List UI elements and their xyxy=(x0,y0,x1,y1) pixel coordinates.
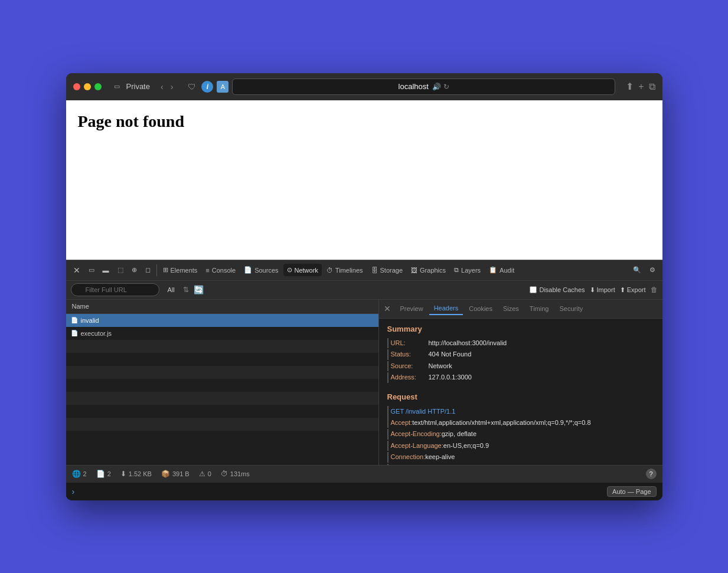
table-row[interactable] xyxy=(66,405,378,418)
table-row[interactable] xyxy=(66,340,378,353)
minimize-button[interactable] xyxy=(84,83,91,90)
table-row[interactable]: 📄 executor.js xyxy=(66,327,378,340)
summary-section: Summary URL: http://localhost:3000/inval… xyxy=(387,325,654,383)
search-button[interactable]: 🔍 xyxy=(629,264,645,276)
tab-graphics[interactable]: 🖼 Graphics xyxy=(407,264,449,276)
table-row[interactable]: 📄 invalid xyxy=(66,314,378,327)
url-text: localhost xyxy=(399,82,429,91)
tab-layers[interactable]: ⧉ Layers xyxy=(450,264,484,276)
shield-icon[interactable]: 🛡 xyxy=(186,81,198,93)
tab-audit[interactable]: 📋 Audit xyxy=(485,264,518,276)
settings-button[interactable]: ⚙ xyxy=(646,264,659,276)
pick-element-button[interactable]: ⊕ xyxy=(128,264,141,276)
devtools-toolbar: ✕ ▭ ▬ ⬚ ⊕ ◻ ⊞ Elements ≡ Console 📄 Sourc… xyxy=(66,260,662,281)
console-prompt-button[interactable]: › xyxy=(72,487,75,496)
detail-row-status: Status: 404 Not Found xyxy=(387,349,654,360)
address-bar[interactable]: localhost 🔊 ↻ xyxy=(232,78,615,95)
encoded-icon: 📦 xyxy=(161,470,170,478)
row-name: executor.js xyxy=(81,330,112,337)
tab-console[interactable]: ≡ Console xyxy=(202,264,239,276)
tab-cookies[interactable]: Cookies xyxy=(464,303,497,315)
clear-button[interactable]: 🗑 xyxy=(651,286,658,294)
tab-security[interactable]: Security xyxy=(554,303,587,315)
address-bar-area: 🛡 i A localhost 🔊 ↻ xyxy=(186,78,615,95)
tab-preview[interactable]: Preview xyxy=(396,303,428,315)
console-button[interactable]: ◻ xyxy=(142,264,154,276)
info-icon[interactable]: i xyxy=(201,81,213,93)
filter-input[interactable] xyxy=(71,283,159,296)
disable-caches-checkbox[interactable] xyxy=(530,286,537,293)
transfer-size: 1.52 KB xyxy=(129,470,152,477)
network-list-header: Name xyxy=(66,300,378,314)
status-resources: 📄 2 xyxy=(96,470,111,478)
status-errors: ⚠ 0 xyxy=(199,470,211,478)
help-button[interactable]: ? xyxy=(646,469,657,479)
tab-sources[interactable]: 📄 Sources xyxy=(240,264,282,276)
request-count: 2 xyxy=(83,470,87,477)
tab-headers[interactable]: Headers xyxy=(429,302,463,315)
detail-content: Summary URL: http://localhost:3000/inval… xyxy=(379,319,662,465)
encoding-key: Accept-Encoding: xyxy=(391,429,442,440)
network-rows: 📄 invalid 📄 executor.js xyxy=(66,314,378,465)
tab-timing[interactable]: Timing xyxy=(525,303,554,315)
table-row[interactable] xyxy=(66,379,378,392)
detail-tabs: ✕ Preview Headers Cookies Sizes Timing xyxy=(379,300,662,319)
accept-key: Accept: xyxy=(391,418,413,428)
name-column-header: Name xyxy=(72,303,89,310)
sort-icon: ⇅ xyxy=(183,286,189,294)
file-icon: 📄 xyxy=(71,330,78,336)
export-button[interactable]: ⬆ Export xyxy=(620,286,646,294)
request-row-accept: Accept: text/html,application/xhtml+xml,… xyxy=(387,418,654,428)
request-section: Request GET /invalid HTTP/1.1 Accept: te… xyxy=(387,392,654,465)
import-button[interactable]: ⬇ Import xyxy=(590,286,615,294)
summary-title: Summary xyxy=(387,325,654,333)
detail-close-button[interactable]: ✕ xyxy=(384,304,391,313)
accept-val: text/html,application/xhtml+xml,applicat… xyxy=(412,418,590,428)
tab-sizes[interactable]: Sizes xyxy=(498,303,524,315)
time-icon: ⏱ xyxy=(221,470,228,478)
table-row[interactable] xyxy=(66,392,378,405)
tab-network[interactable]: ⊙ Network xyxy=(283,264,322,276)
private-tab-label[interactable]: Private xyxy=(126,82,150,91)
persistent-logs-button[interactable]: 🔄 xyxy=(194,285,204,294)
file-count-icon: 📄 xyxy=(96,470,105,478)
source-value: Network xyxy=(429,361,452,372)
network-panel: Name 📄 invalid 📄 executor.js xyxy=(66,300,662,465)
tab-elements[interactable]: ⊞ Elements xyxy=(159,264,201,276)
table-row[interactable] xyxy=(66,418,378,431)
forward-button[interactable]: › xyxy=(168,81,176,93)
disable-caches-label: Disable Caches xyxy=(530,286,585,293)
status-time: ⏱ 131ms xyxy=(221,470,250,478)
tab-timelines[interactable]: ⏱ Timelines xyxy=(323,264,367,276)
connection-val: keep-alive xyxy=(425,452,455,463)
load-time: 131ms xyxy=(230,470,250,477)
error-count: 0 xyxy=(208,470,211,477)
devtools-close-button[interactable]: ✕ xyxy=(70,263,84,277)
maximize-button[interactable] xyxy=(94,83,102,90)
share-button[interactable]: ⬆ xyxy=(626,81,634,92)
request-row-language: Accept-Language: en-US,en;q=0.9 xyxy=(387,441,654,451)
back-button[interactable]: ‹ xyxy=(158,81,166,93)
file-icon: 📄 xyxy=(71,317,78,323)
host-key: Host: xyxy=(391,464,406,464)
tabs-button[interactable]: ⧉ xyxy=(649,81,655,92)
connection-key: Connection: xyxy=(391,452,426,463)
audio-icon[interactable]: 🔊 xyxy=(432,83,441,91)
reader-icon[interactable]: A xyxy=(217,81,228,93)
toolbar-separator-1 xyxy=(156,264,157,276)
network-request-list: Name 📄 invalid 📄 executor.js xyxy=(66,300,379,465)
dock-left-button[interactable]: ▭ xyxy=(85,264,98,276)
table-row[interactable] xyxy=(66,353,378,366)
table-row[interactable] xyxy=(66,366,378,379)
auto-page-button[interactable]: Auto — Page xyxy=(607,486,656,497)
table-row[interactable] xyxy=(66,431,378,444)
all-filter-button[interactable]: All xyxy=(164,285,178,294)
close-button[interactable] xyxy=(73,83,80,90)
tab-storage[interactable]: 🗄 Storage xyxy=(368,264,407,276)
dock-bottom-button[interactable]: ▬ xyxy=(99,264,113,276)
new-tab-button[interactable]: + xyxy=(638,81,644,92)
dock-right-button[interactable]: ⬚ xyxy=(114,264,127,276)
url-key: URL: xyxy=(391,338,426,349)
reload-icon[interactable]: ↻ xyxy=(443,83,449,91)
filter-wrapper: ⊙ xyxy=(71,283,159,296)
